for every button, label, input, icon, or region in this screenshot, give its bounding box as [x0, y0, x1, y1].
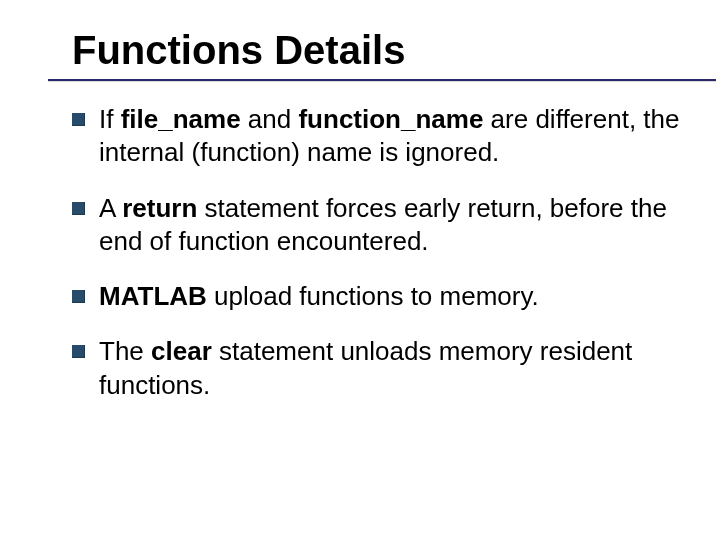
title-underline: [48, 79, 716, 81]
bullet-list: If file_name and function_name are diffe…: [72, 103, 692, 402]
list-item: If file_name and function_name are diffe…: [72, 103, 686, 170]
list-item: A return statement forces early return, …: [72, 192, 686, 259]
list-item: MATLAB upload functions to memory.: [72, 280, 686, 313]
square-bullet-icon: [72, 202, 85, 215]
text-run: upload functions to memory.: [207, 281, 539, 311]
bold-run: return: [122, 193, 197, 223]
slide: Functions Details If file_name and funct…: [0, 0, 720, 540]
bullet-text: A return statement forces early return, …: [99, 192, 686, 259]
text-run: If: [99, 104, 121, 134]
title-wrap: Functions Details: [72, 28, 692, 81]
square-bullet-icon: [72, 113, 85, 126]
text-run: and: [241, 104, 299, 134]
bullet-text: If file_name and function_name are diffe…: [99, 103, 686, 170]
bold-run: file_name: [121, 104, 241, 134]
bullet-text: The clear statement unloads memory resid…: [99, 335, 686, 402]
text-run: The: [99, 336, 151, 366]
bold-run: function_name: [298, 104, 483, 134]
bold-run: clear: [151, 336, 212, 366]
list-item: The clear statement unloads memory resid…: [72, 335, 686, 402]
text-run: A: [99, 193, 122, 223]
square-bullet-icon: [72, 345, 85, 358]
bullet-text: MATLAB upload functions to memory.: [99, 280, 686, 313]
square-bullet-icon: [72, 290, 85, 303]
bold-run: MATLAB: [99, 281, 207, 311]
slide-title: Functions Details: [72, 28, 692, 79]
